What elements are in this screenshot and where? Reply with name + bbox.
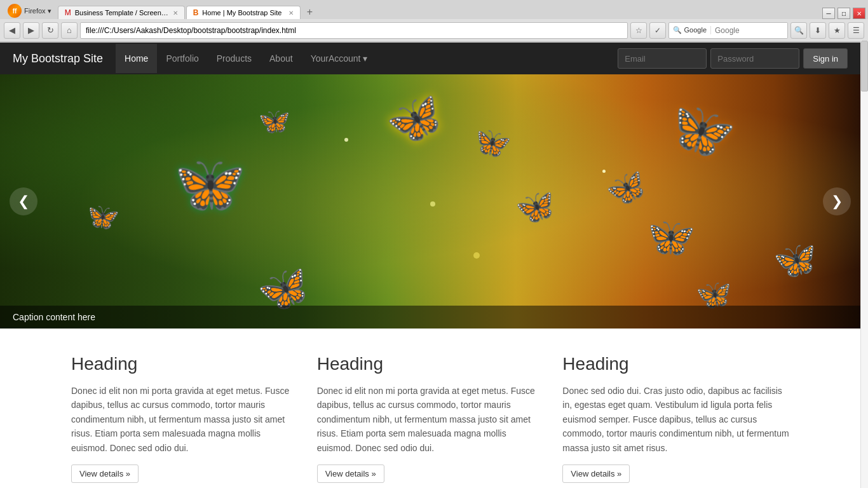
nav-link-home[interactable]: Home — [116, 44, 157, 73]
butterflies-layer: 🦋 🦋 🦋 🦋 🦋 🦋 🦋 🦋 🦋 🦋 🦋 🦋 — [0, 74, 860, 329]
nav-link-about[interactable]: About — [261, 44, 302, 73]
butterfly-5: 🦋 — [641, 209, 698, 265]
columns: Heading Donec id elit non mi porta gravi… — [71, 354, 789, 483]
tab2-title: Home | My Bootstrap Site — [202, 9, 284, 17]
password-input[interactable] — [710, 48, 799, 69]
forward-button[interactable]: ▶ — [23, 22, 39, 39]
browser-scrollbar[interactable] — [860, 41, 868, 488]
column-2: Heading Donec id elit non mi porta gravi… — [317, 354, 544, 483]
minimize-button[interactable]: ─ — [822, 8, 835, 19]
body-text-3: Donec sed odio dui. Cras justo odio, dap… — [562, 384, 789, 455]
search-area: 🔍 Google — [668, 22, 788, 39]
carousel-next-button[interactable]: ❯ — [823, 187, 851, 215]
site-nav: Home Portfolio Products About YourAccoun… — [116, 44, 376, 73]
butterfly-1: 🦋 — [380, 86, 450, 154]
content-section: Heading Donec id elit non mi porta gravi… — [58, 329, 802, 488]
close-button[interactable]: ✕ — [853, 8, 865, 19]
view-details-button-3[interactable]: View details » — [562, 464, 630, 483]
firefox-logo-area: ff Firefox ▾ — [3, 3, 57, 19]
scrollbar-thumb[interactable] — [861, 41, 868, 92]
butterfly-3: 🦋 — [657, 88, 742, 171]
email-input[interactable] — [618, 48, 707, 69]
butterfly-9: 🦋 — [257, 105, 291, 137]
tab1-title: Business Template / Screenshots — [75, 9, 169, 17]
butterfly-4: 🦋 — [513, 186, 559, 229]
bookmark-button[interactable]: ☆ — [630, 22, 647, 39]
carousel-prev-button[interactable]: ❮ — [10, 187, 37, 215]
new-tab-button[interactable]: + — [302, 5, 318, 19]
nav-item-portfolio[interactable]: Portfolio — [157, 44, 207, 73]
tab2-close[interactable]: ✕ — [288, 10, 294, 17]
website: My Bootstrap Site Home Portfolio Product… — [0, 43, 860, 488]
butterfly-12: 🦋 — [82, 197, 122, 236]
browser-chrome: ff Firefox ▾ M Business Template / Scree… — [0, 0, 868, 43]
window-controls: ─ □ ✕ — [822, 8, 865, 19]
nav-link-portfolio[interactable]: Portfolio — [157, 44, 207, 73]
carousel: 🦋 🦋 🦋 🦋 🦋 🦋 🦋 🦋 🦋 🦋 🦋 🦋 — [0, 74, 860, 329]
bokeh-2 — [430, 201, 435, 207]
view-details-button-2[interactable]: View details » — [317, 464, 384, 483]
bokeh-1 — [344, 138, 348, 142]
heading-2: Heading — [317, 354, 544, 374]
gmail-favicon: M — [65, 8, 71, 17]
view-details-button-1[interactable]: View details » — [71, 464, 139, 483]
nav-item-youraccount[interactable]: YourAccount ▾ — [302, 44, 377, 73]
signin-button[interactable]: Sign in — [803, 48, 848, 69]
site-nav-right: Sign in — [618, 48, 848, 69]
browser-toolbar: ◀ ▶ ↻ ⌂ ☆ ✓ 🔍 Google 🔍 ⬇ ★ ☰ — [0, 19, 868, 42]
firefox-label[interactable]: Firefox ▾ — [24, 7, 51, 15]
search-input[interactable] — [711, 23, 787, 38]
carousel-inner: 🦋 🦋 🦋 🦋 🦋 🦋 🦋 🦋 🦋 🦋 🦋 🦋 — [0, 74, 860, 329]
column-1: Heading Donec id elit non mi porta gravi… — [71, 354, 298, 483]
bookmark-check-button[interactable]: ✓ — [649, 22, 666, 39]
nav-item-products[interactable]: Products — [208, 44, 261, 73]
firefox-logo: ff — [8, 4, 22, 18]
search-go-button[interactable]: 🔍 — [790, 22, 807, 39]
heading-3: Heading — [562, 354, 789, 374]
back-button[interactable]: ◀ — [4, 22, 20, 39]
downloads-button[interactable]: ⬇ — [810, 22, 826, 39]
butterfly-10: 🦋 — [600, 164, 650, 212]
butterfly-2: 🦋 — [167, 145, 249, 223]
site-navbar: My Bootstrap Site Home Portfolio Product… — [0, 43, 860, 74]
butterfly-6: 🦋 — [772, 238, 819, 283]
browser-tab-2[interactable]: B Home | My Bootstrap Site ✕ — [186, 6, 301, 19]
bokeh-3 — [602, 170, 606, 173]
menu-button[interactable]: ☰ — [848, 22, 864, 39]
butterfly-7: 🦋 — [468, 119, 514, 165]
carousel-caption: Caption content here — [0, 306, 860, 329]
browser-tabs-row: ff Firefox ▾ M Business Template / Scree… — [0, 0, 868, 19]
bootstrap-favicon: B — [193, 8, 199, 17]
home-button[interactable]: ⌂ — [61, 22, 78, 39]
nav-link-products[interactable]: Products — [208, 44, 261, 73]
bookmark-star-button[interactable]: ★ — [829, 22, 845, 39]
tab1-close[interactable]: ✕ — [173, 10, 178, 17]
google-label: 🔍 Google — [669, 26, 711, 34]
body-text-1: Donec id elit non mi porta gravida at eg… — [71, 384, 298, 455]
carousel-image: 🦋 🦋 🦋 🦋 🦋 🦋 🦋 🦋 🦋 🦋 🦋 🦋 — [0, 74, 860, 329]
body-text-2: Donec id elit non mi porta gravida at eg… — [317, 384, 544, 455]
address-bar[interactable] — [80, 22, 628, 39]
nav-item-home[interactable]: Home — [116, 44, 157, 73]
column-3: Heading Donec sed odio dui. Cras justo o… — [562, 354, 789, 483]
site-brand[interactable]: My Bootstrap Site — [13, 43, 103, 75]
nav-item-about[interactable]: About — [261, 44, 302, 73]
reload-button[interactable]: ↻ — [42, 22, 58, 39]
heading-1: Heading — [71, 354, 298, 374]
browser-tab-1[interactable]: M Business Template / Screenshots ✕ — [58, 6, 185, 19]
maximize-button[interactable]: □ — [837, 8, 850, 19]
nav-link-youraccount[interactable]: YourAccount ▾ — [302, 44, 377, 73]
bokeh-4 — [473, 252, 480, 259]
carousel-caption-text: Caption content here — [13, 312, 95, 322]
